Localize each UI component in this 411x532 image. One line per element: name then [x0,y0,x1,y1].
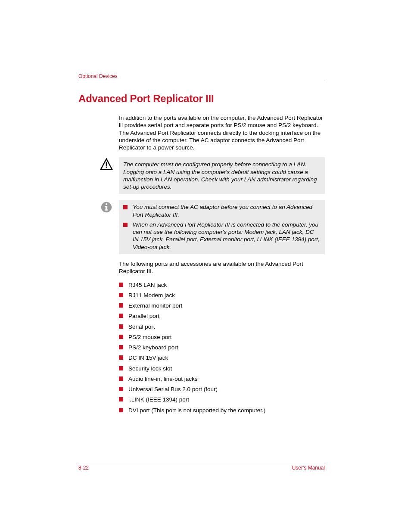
doc-title: User's Manual [292,465,325,471]
square-bullet-icon [119,376,123,381]
list-item: Audio line-in, line-out jacks [119,375,325,383]
svg-point-4 [106,203,107,205]
warning-notice: The computer must be configured properly… [100,157,325,194]
info-icon [100,201,113,214]
section-title: Advanced Port Replicator III [78,93,325,105]
warning-text: The computer must be configured properly… [119,157,325,194]
info-notice: You must connect the AC adaptor before y… [100,200,325,254]
square-bullet-icon [119,303,123,308]
square-bullet-icon [123,223,128,227]
square-bullet-icon [119,293,123,297]
page-number: 8-22 [78,465,89,471]
intro-paragraph: In addition to the ports available on th… [119,114,325,151]
port-list: RJ45 LAN jack RJ11 Modem jack External m… [119,281,325,414]
warning-icon [100,158,113,171]
list-item: DC IN 15V jack [119,354,325,361]
info-bullet-1: You must connect the AC adaptor before y… [123,203,321,218]
list-item: i.LINK (IEEE 1394) port [119,396,325,403]
square-bullet-icon [119,283,123,287]
square-bullet-icon [119,366,123,370]
page-footer: 8-22 User's Manual [78,462,325,471]
square-bullet-icon [119,345,123,349]
svg-rect-6 [105,206,106,207]
square-bullet-icon [119,324,123,329]
square-bullet-icon [119,314,123,318]
info-box: You must connect the AC adaptor before y… [119,200,325,254]
list-item: PS/2 mouse port [119,333,325,341]
running-header: Optional Devices [78,73,325,79]
list-item: Security lock slot [119,365,325,372]
list-item: Universal Serial Bus 2.0 port (four) [119,386,325,393]
list-item: DVI port (This port is not supported by … [119,407,325,414]
square-bullet-icon [119,397,123,401]
square-bullet-icon [119,355,123,360]
list-item: RJ45 LAN jack [119,281,325,289]
svg-rect-1 [106,162,107,166]
svg-rect-2 [106,167,107,168]
svg-rect-7 [105,210,108,211]
footer-rule [78,462,325,462]
square-bullet-icon [119,408,123,412]
info-bullet-2: When an Advanced Port Replicator III is … [123,221,321,251]
list-item: RJ11 Modem jack [119,292,325,299]
list-item: Serial port [119,323,325,330]
header-rule [78,82,325,82]
list-item: Parallel port [119,312,325,320]
square-bullet-icon [123,205,128,209]
list-item: External monitor port [119,302,325,309]
square-bullet-icon [119,335,123,339]
list-intro: The following ports and accessories are … [119,260,325,275]
square-bullet-icon [119,387,123,391]
list-item: PS/2 keyboard port [119,344,325,351]
